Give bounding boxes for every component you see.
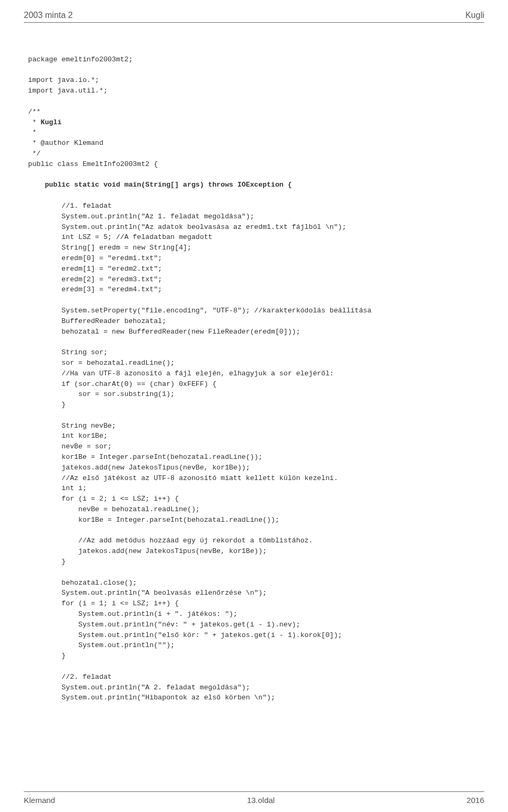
code-line: kor1Be = Integer.parseInt(behozatal.read… <box>28 516 279 524</box>
code-line: System.out.println(""); <box>28 641 175 649</box>
header-right: Kugli <box>465 11 484 20</box>
code-line: eredm[2] = "eredm3.txt"; <box>28 275 162 283</box>
code-line: if (sor.charAt(0) == (char) 0xFEFF) { <box>28 380 216 388</box>
code-line: //Az add metódus hozzáad egy új rekordot… <box>28 537 313 545</box>
code-line: String[] eredm = new String[4]; <box>28 244 192 252</box>
code-line: System.out.println("Az adatok beolvasása… <box>28 223 346 231</box>
header-divider <box>24 22 484 23</box>
code-line: int kor1Be; <box>28 432 107 440</box>
code-line: //2. feladat <box>28 673 112 681</box>
code-line: System.out.println(i + ". játékos: "); <box>28 610 238 618</box>
code-line: /** <box>28 108 41 116</box>
code-line: * @author Klemand <box>28 139 103 147</box>
code-line: import java.util.*; <box>28 87 107 95</box>
code-line: public class EmeltInfo2003mt2 { <box>28 160 158 168</box>
code-line: kor1Be = Integer.parseInt(behozatal.read… <box>28 453 262 461</box>
code-line: } <box>28 401 66 409</box>
code-line: System.out.println("első kör: " + jateko… <box>28 631 342 639</box>
code-line: for (i = 1; i <= LSZ; i++) { <box>28 599 179 607</box>
code-line: nevBe = behozatal.readLine(); <box>28 505 199 513</box>
code-line: behozatal.close(); <box>28 579 137 587</box>
code-line: System.out.println("Hibapontok az első k… <box>28 694 275 702</box>
code-line: //Az első játékost az UTF-8 azonosító mi… <box>28 474 338 482</box>
code-line: System.setProperty("file.encoding", "UTF… <box>28 307 371 315</box>
code-line: sor = behozatal.readLine(); <box>28 359 175 367</box>
code-line: //1. feladat <box>28 202 112 210</box>
code-line: jatekos.add(new JatekosTipus(nevBe, kor1… <box>28 464 250 472</box>
page-footer: Klemand 13.oldal 2016 <box>24 796 484 805</box>
footer-right: 2016 <box>467 796 484 805</box>
code-line: String nevBe; <box>28 422 116 430</box>
code-line: for (i = 2; i <= LSZ; i++) { <box>28 495 179 503</box>
code-line: String sor; <box>28 348 107 356</box>
code-line: System.out.println("A beolvasás ellenőrz… <box>28 589 267 597</box>
code-line: * <box>28 118 41 126</box>
code-line: nevBe = sor; <box>28 442 112 450</box>
code-line: BufferedReader behozatal; <box>28 317 166 325</box>
code-line: //Ha van UTF-8 azonosító a fájl elején, … <box>28 370 334 377</box>
code-line: sor = sor.substring(1); <box>28 390 175 398</box>
code-line: jatekos.add(new JatekosTipus(nevBe, kor1… <box>28 547 267 555</box>
code-line: System.out.println("Az 1. feladat megold… <box>28 213 254 220</box>
code-line: System.out.println("név: " + jatekos.get… <box>28 621 300 629</box>
code-line: eredm[0] = "eredm1.txt"; <box>28 254 162 262</box>
code-line: eredm[3] = "eredm4.txt"; <box>28 285 162 293</box>
code-line: eredm[1] = "eredm2.txt"; <box>28 265 162 273</box>
code-block: package emeltinfo2003mt2; import java.io… <box>24 44 484 703</box>
code-line: } <box>28 652 66 660</box>
footer-left: Klemand <box>24 796 55 805</box>
footer-center: 13.oldal <box>247 796 275 805</box>
code-bold: public static void main(String[] args) t… <box>45 181 292 189</box>
code-line: behozatal = new BufferedReader(new FileR… <box>28 328 300 336</box>
code-line: package emeltinfo2003mt2; <box>28 56 133 63</box>
code-line: import java.io.*; <box>28 76 99 84</box>
footer-divider <box>24 791 484 792</box>
code-line: */ <box>28 150 41 158</box>
code-line: int i; <box>28 484 87 492</box>
code-line <box>28 181 45 189</box>
code-bold: Kugli <box>41 118 62 126</box>
code-line: System.out.println("A 2. feladat megoldá… <box>28 684 250 691</box>
code-line: * <box>28 128 37 136</box>
page-header: 2003 minta 2 Kugli <box>24 11 484 22</box>
header-left: 2003 minta 2 <box>24 11 73 20</box>
code-line: } <box>28 558 66 566</box>
code-line: int LSZ = 5; //A feladatban megadott <box>28 233 212 241</box>
